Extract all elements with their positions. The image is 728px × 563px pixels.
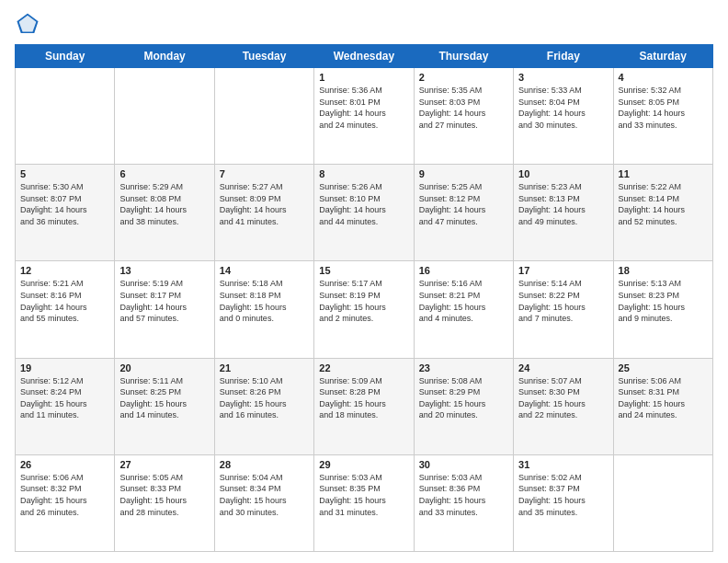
calendar-cell [16, 68, 115, 165]
calendar-day-header: Sunday [16, 45, 115, 68]
day-number: 30 [419, 459, 508, 470]
calendar-cell: 12Sunrise: 5:21 AM Sunset: 8:16 PM Dayli… [16, 261, 115, 358]
calendar-cell: 5Sunrise: 5:30 AM Sunset: 8:07 PM Daylig… [16, 165, 115, 261]
day-info: Sunrise: 5:17 AM Sunset: 8:19 PM Dayligh… [319, 278, 408, 324]
calendar-day-header: Friday [514, 45, 613, 68]
day-number: 15 [319, 265, 408, 276]
day-number: 14 [220, 265, 309, 276]
day-info: Sunrise: 5:30 AM Sunset: 8:07 PM Dayligh… [20, 181, 109, 227]
day-number: 16 [419, 265, 508, 276]
day-number: 19 [20, 362, 109, 373]
day-number: 31 [518, 459, 608, 470]
calendar-cell [115, 68, 214, 165]
calendar-week-row: 5Sunrise: 5:30 AM Sunset: 8:07 PM Daylig… [16, 165, 713, 261]
day-number: 6 [119, 168, 209, 179]
day-number: 23 [419, 362, 508, 373]
calendar-cell: 10Sunrise: 5:23 AM Sunset: 8:13 PM Dayli… [514, 165, 613, 261]
day-info: Sunrise: 5:07 AM Sunset: 8:30 PM Dayligh… [518, 375, 608, 421]
day-number: 25 [619, 362, 708, 373]
day-info: Sunrise: 5:32 AM Sunset: 8:05 PM Dayligh… [619, 85, 708, 131]
day-info: Sunrise: 5:06 AM Sunset: 8:31 PM Dayligh… [619, 375, 708, 421]
calendar-cell: 28Sunrise: 5:04 AM Sunset: 8:34 PM Dayli… [214, 454, 313, 551]
day-info: Sunrise: 5:18 AM Sunset: 8:18 PM Dayligh… [220, 278, 309, 324]
calendar-cell: 14Sunrise: 5:18 AM Sunset: 8:18 PM Dayli… [214, 261, 313, 358]
day-info: Sunrise: 5:29 AM Sunset: 8:08 PM Dayligh… [119, 181, 209, 227]
calendar-cell: 4Sunrise: 5:32 AM Sunset: 8:05 PM Daylig… [613, 68, 712, 165]
calendar-cell: 26Sunrise: 5:06 AM Sunset: 8:32 PM Dayli… [16, 454, 115, 551]
day-number: 12 [20, 265, 109, 276]
day-number: 26 [20, 459, 109, 470]
day-number: 18 [619, 265, 708, 276]
day-info: Sunrise: 5:23 AM Sunset: 8:13 PM Dayligh… [518, 181, 608, 227]
day-info: Sunrise: 5:10 AM Sunset: 8:26 PM Dayligh… [220, 375, 309, 421]
day-info: Sunrise: 5:22 AM Sunset: 8:14 PM Dayligh… [619, 181, 708, 227]
day-info: Sunrise: 5:19 AM Sunset: 8:17 PM Dayligh… [119, 278, 209, 324]
day-info: Sunrise: 5:08 AM Sunset: 8:29 PM Dayligh… [419, 375, 508, 421]
day-number: 27 [119, 459, 209, 470]
calendar-cell: 3Sunrise: 5:33 AM Sunset: 8:04 PM Daylig… [514, 68, 613, 165]
calendar-cell: 13Sunrise: 5:19 AM Sunset: 8:17 PM Dayli… [115, 261, 214, 358]
header [15, 11, 713, 37]
day-number: 21 [220, 362, 309, 373]
day-number: 10 [518, 168, 608, 179]
calendar-cell: 27Sunrise: 5:05 AM Sunset: 8:33 PM Dayli… [115, 454, 214, 551]
calendar-week-row: 1Sunrise: 5:36 AM Sunset: 8:01 PM Daylig… [16, 68, 713, 165]
calendar-week-row: 19Sunrise: 5:12 AM Sunset: 8:24 PM Dayli… [16, 358, 713, 454]
day-number: 24 [518, 362, 608, 373]
day-number: 13 [119, 265, 209, 276]
calendar-cell: 17Sunrise: 5:14 AM Sunset: 8:22 PM Dayli… [514, 261, 613, 358]
calendar-cell: 7Sunrise: 5:27 AM Sunset: 8:09 PM Daylig… [214, 165, 313, 261]
calendar-cell: 6Sunrise: 5:29 AM Sunset: 8:08 PM Daylig… [115, 165, 214, 261]
calendar-header-row: SundayMondayTuesdayWednesdayThursdayFrid… [16, 45, 713, 68]
logo [15, 11, 44, 37]
calendar-cell: 31Sunrise: 5:02 AM Sunset: 8:37 PM Dayli… [514, 454, 613, 551]
calendar-week-row: 12Sunrise: 5:21 AM Sunset: 8:16 PM Dayli… [16, 261, 713, 358]
day-number: 3 [518, 72, 608, 83]
calendar-cell: 11Sunrise: 5:22 AM Sunset: 8:14 PM Dayli… [613, 165, 712, 261]
day-info: Sunrise: 5:27 AM Sunset: 8:09 PM Dayligh… [220, 181, 309, 227]
day-info: Sunrise: 5:16 AM Sunset: 8:21 PM Dayligh… [419, 278, 508, 324]
page: SundayMondayTuesdayWednesdayThursdayFrid… [0, 0, 728, 563]
calendar-day-header: Monday [115, 45, 214, 68]
day-number: 1 [319, 72, 408, 83]
calendar-cell [613, 454, 712, 551]
calendar-cell: 29Sunrise: 5:03 AM Sunset: 8:35 PM Dayli… [314, 454, 414, 551]
day-info: Sunrise: 5:04 AM Sunset: 8:34 PM Dayligh… [220, 472, 309, 518]
calendar-cell: 23Sunrise: 5:08 AM Sunset: 8:29 PM Dayli… [414, 358, 513, 454]
day-number: 8 [319, 168, 408, 179]
calendar-cell: 24Sunrise: 5:07 AM Sunset: 8:30 PM Dayli… [514, 358, 613, 454]
day-number: 2 [419, 72, 508, 83]
calendar-cell: 21Sunrise: 5:10 AM Sunset: 8:26 PM Dayli… [214, 358, 313, 454]
calendar-cell: 9Sunrise: 5:25 AM Sunset: 8:12 PM Daylig… [414, 165, 513, 261]
day-number: 11 [619, 168, 708, 179]
calendar-cell: 25Sunrise: 5:06 AM Sunset: 8:31 PM Dayli… [613, 358, 712, 454]
calendar-cell: 22Sunrise: 5:09 AM Sunset: 8:28 PM Dayli… [314, 358, 414, 454]
calendar-cell [214, 68, 313, 165]
calendar-cell: 8Sunrise: 5:26 AM Sunset: 8:10 PM Daylig… [314, 165, 414, 261]
day-info: Sunrise: 5:06 AM Sunset: 8:32 PM Dayligh… [20, 472, 109, 518]
day-info: Sunrise: 5:13 AM Sunset: 8:23 PM Dayligh… [619, 278, 708, 324]
day-number: 5 [20, 168, 109, 179]
calendar-cell: 18Sunrise: 5:13 AM Sunset: 8:23 PM Dayli… [613, 261, 712, 358]
calendar-day-header: Tuesday [214, 45, 313, 68]
calendar-cell: 1Sunrise: 5:36 AM Sunset: 8:01 PM Daylig… [314, 68, 414, 165]
day-number: 17 [518, 265, 608, 276]
calendar-day-header: Saturday [613, 45, 712, 68]
day-info: Sunrise: 5:21 AM Sunset: 8:16 PM Dayligh… [20, 278, 109, 324]
calendar-cell: 30Sunrise: 5:03 AM Sunset: 8:36 PM Dayli… [414, 454, 513, 551]
day-info: Sunrise: 5:33 AM Sunset: 8:04 PM Dayligh… [518, 85, 608, 131]
calendar-cell: 20Sunrise: 5:11 AM Sunset: 8:25 PM Dayli… [115, 358, 214, 454]
day-info: Sunrise: 5:26 AM Sunset: 8:10 PM Dayligh… [319, 181, 408, 227]
calendar-cell: 16Sunrise: 5:16 AM Sunset: 8:21 PM Dayli… [414, 261, 513, 358]
day-number: 4 [619, 72, 708, 83]
day-number: 28 [220, 459, 309, 470]
day-number: 7 [220, 168, 309, 179]
day-info: Sunrise: 5:03 AM Sunset: 8:36 PM Dayligh… [419, 472, 508, 518]
day-info: Sunrise: 5:09 AM Sunset: 8:28 PM Dayligh… [319, 375, 408, 421]
calendar-day-header: Wednesday [314, 45, 414, 68]
day-info: Sunrise: 5:25 AM Sunset: 8:12 PM Dayligh… [419, 181, 508, 227]
calendar-cell: 19Sunrise: 5:12 AM Sunset: 8:24 PM Dayli… [16, 358, 115, 454]
day-info: Sunrise: 5:02 AM Sunset: 8:37 PM Dayligh… [518, 472, 608, 518]
calendar-cell: 15Sunrise: 5:17 AM Sunset: 8:19 PM Dayli… [314, 261, 414, 358]
calendar-week-row: 26Sunrise: 5:06 AM Sunset: 8:32 PM Dayli… [16, 454, 713, 551]
